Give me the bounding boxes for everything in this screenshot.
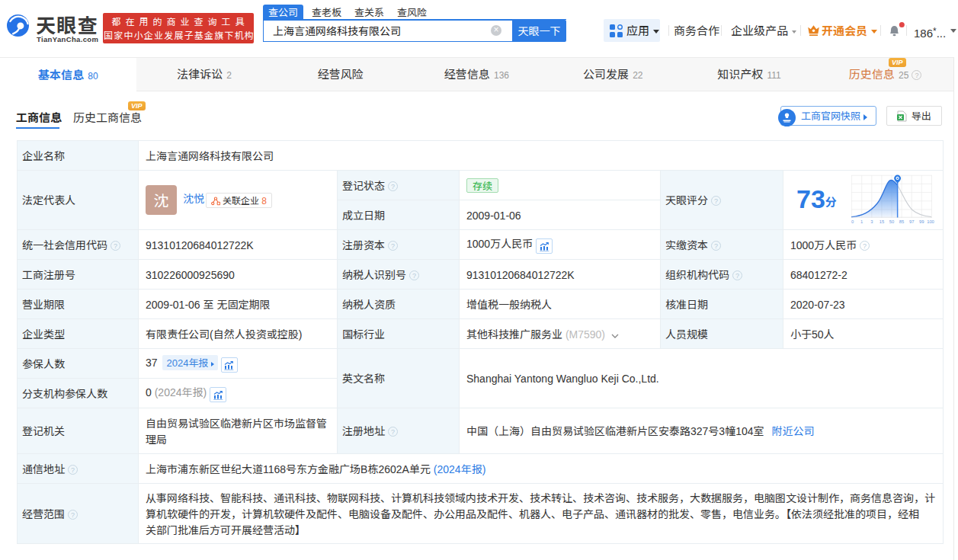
svg-text:85: 85 — [899, 219, 904, 224]
svg-text:3: 3 — [870, 219, 873, 224]
svg-text:50: 50 — [889, 219, 894, 224]
svg-text:15: 15 — [880, 219, 884, 224]
svg-text:1: 1 — [860, 219, 863, 224]
svg-text:0: 0 — [851, 219, 854, 224]
svg-text:97: 97 — [909, 219, 914, 224]
svg-text:99: 99 — [919, 219, 924, 224]
svg-text:100: 100 — [927, 219, 934, 224]
